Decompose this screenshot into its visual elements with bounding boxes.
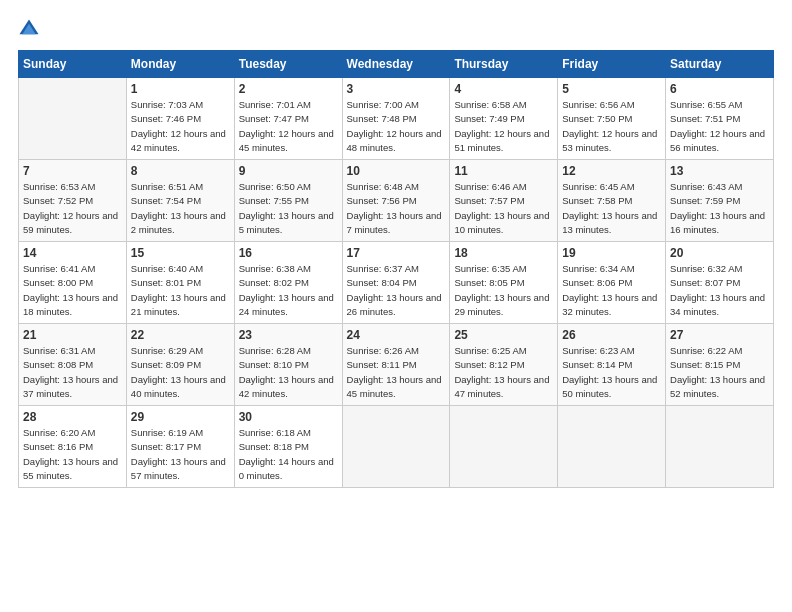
daylight: Daylight: 13 hours and 10 minutes.: [454, 210, 549, 235]
week-row-3: 21Sunrise: 6:31 AMSunset: 8:08 PMDayligh…: [19, 324, 774, 406]
sunrise: Sunrise: 6:20 AM: [23, 427, 95, 438]
day-number: 26: [562, 328, 661, 342]
daylight: Daylight: 12 hours and 59 minutes.: [23, 210, 118, 235]
sunset: Sunset: 8:12 PM: [454, 359, 524, 370]
day-info: Sunrise: 6:50 AMSunset: 7:55 PMDaylight:…: [239, 180, 338, 237]
calendar-cell: 20Sunrise: 6:32 AMSunset: 8:07 PMDayligh…: [666, 242, 774, 324]
header-day-saturday: Saturday: [666, 51, 774, 78]
day-info: Sunrise: 6:29 AMSunset: 8:09 PMDaylight:…: [131, 344, 230, 401]
day-info: Sunrise: 6:56 AMSunset: 7:50 PMDaylight:…: [562, 98, 661, 155]
calendar-cell: 2Sunrise: 7:01 AMSunset: 7:47 PMDaylight…: [234, 78, 342, 160]
day-number: 6: [670, 82, 769, 96]
daylight: Daylight: 13 hours and 40 minutes.: [131, 374, 226, 399]
day-number: 25: [454, 328, 553, 342]
sunrise: Sunrise: 6:55 AM: [670, 99, 742, 110]
day-number: 9: [239, 164, 338, 178]
sunset: Sunset: 8:04 PM: [347, 277, 417, 288]
calendar-cell: 11Sunrise: 6:46 AMSunset: 7:57 PMDayligh…: [450, 160, 558, 242]
daylight: Daylight: 12 hours and 48 minutes.: [347, 128, 442, 153]
sunrise: Sunrise: 6:28 AM: [239, 345, 311, 356]
calendar-cell: 4Sunrise: 6:58 AMSunset: 7:49 PMDaylight…: [450, 78, 558, 160]
day-number: 14: [23, 246, 122, 260]
day-number: 29: [131, 410, 230, 424]
daylight: Daylight: 13 hours and 55 minutes.: [23, 456, 118, 481]
sunset: Sunset: 7:46 PM: [131, 113, 201, 124]
sunrise: Sunrise: 6:32 AM: [670, 263, 742, 274]
calendar-cell: 8Sunrise: 6:51 AMSunset: 7:54 PMDaylight…: [126, 160, 234, 242]
sunset: Sunset: 8:01 PM: [131, 277, 201, 288]
day-number: 21: [23, 328, 122, 342]
sunset: Sunset: 8:09 PM: [131, 359, 201, 370]
daylight: Daylight: 13 hours and 26 minutes.: [347, 292, 442, 317]
calendar-table: SundayMondayTuesdayWednesdayThursdayFrid…: [18, 50, 774, 488]
sunrise: Sunrise: 6:40 AM: [131, 263, 203, 274]
calendar-header-row: SundayMondayTuesdayWednesdayThursdayFrid…: [19, 51, 774, 78]
daylight: Daylight: 13 hours and 32 minutes.: [562, 292, 657, 317]
sunrise: Sunrise: 7:00 AM: [347, 99, 419, 110]
sunset: Sunset: 7:57 PM: [454, 195, 524, 206]
sunrise: Sunrise: 6:43 AM: [670, 181, 742, 192]
day-info: Sunrise: 6:34 AMSunset: 8:06 PMDaylight:…: [562, 262, 661, 319]
day-info: Sunrise: 6:38 AMSunset: 8:02 PMDaylight:…: [239, 262, 338, 319]
calendar-cell: 23Sunrise: 6:28 AMSunset: 8:10 PMDayligh…: [234, 324, 342, 406]
calendar-cell: [450, 406, 558, 488]
sunset: Sunset: 8:02 PM: [239, 277, 309, 288]
day-info: Sunrise: 6:40 AMSunset: 8:01 PMDaylight:…: [131, 262, 230, 319]
header: [18, 18, 774, 40]
day-info: Sunrise: 6:53 AMSunset: 7:52 PMDaylight:…: [23, 180, 122, 237]
sunrise: Sunrise: 6:18 AM: [239, 427, 311, 438]
calendar-cell: 25Sunrise: 6:25 AMSunset: 8:12 PMDayligh…: [450, 324, 558, 406]
header-day-thursday: Thursday: [450, 51, 558, 78]
day-number: 7: [23, 164, 122, 178]
sunrise: Sunrise: 6:53 AM: [23, 181, 95, 192]
day-number: 5: [562, 82, 661, 96]
day-info: Sunrise: 6:51 AMSunset: 7:54 PMDaylight:…: [131, 180, 230, 237]
sunrise: Sunrise: 6:26 AM: [347, 345, 419, 356]
day-info: Sunrise: 6:25 AMSunset: 8:12 PMDaylight:…: [454, 344, 553, 401]
daylight: Daylight: 13 hours and 29 minutes.: [454, 292, 549, 317]
day-info: Sunrise: 6:35 AMSunset: 8:05 PMDaylight:…: [454, 262, 553, 319]
day-number: 12: [562, 164, 661, 178]
sunset: Sunset: 7:49 PM: [454, 113, 524, 124]
calendar-cell: 24Sunrise: 6:26 AMSunset: 8:11 PMDayligh…: [342, 324, 450, 406]
calendar-cell: 17Sunrise: 6:37 AMSunset: 8:04 PMDayligh…: [342, 242, 450, 324]
day-info: Sunrise: 6:46 AMSunset: 7:57 PMDaylight:…: [454, 180, 553, 237]
sunrise: Sunrise: 6:34 AM: [562, 263, 634, 274]
sunset: Sunset: 8:08 PM: [23, 359, 93, 370]
calendar-cell: 3Sunrise: 7:00 AMSunset: 7:48 PMDaylight…: [342, 78, 450, 160]
day-info: Sunrise: 6:32 AMSunset: 8:07 PMDaylight:…: [670, 262, 769, 319]
header-day-tuesday: Tuesday: [234, 51, 342, 78]
daylight: Daylight: 13 hours and 47 minutes.: [454, 374, 549, 399]
sunset: Sunset: 8:00 PM: [23, 277, 93, 288]
day-info: Sunrise: 6:23 AMSunset: 8:14 PMDaylight:…: [562, 344, 661, 401]
daylight: Daylight: 13 hours and 21 minutes.: [131, 292, 226, 317]
calendar-cell: 15Sunrise: 6:40 AMSunset: 8:01 PMDayligh…: [126, 242, 234, 324]
calendar-cell: 1Sunrise: 7:03 AMSunset: 7:46 PMDaylight…: [126, 78, 234, 160]
sunrise: Sunrise: 6:41 AM: [23, 263, 95, 274]
daylight: Daylight: 13 hours and 13 minutes.: [562, 210, 657, 235]
day-number: 2: [239, 82, 338, 96]
day-number: 17: [347, 246, 446, 260]
sunset: Sunset: 7:58 PM: [562, 195, 632, 206]
calendar-cell: [342, 406, 450, 488]
sunrise: Sunrise: 6:35 AM: [454, 263, 526, 274]
day-number: 24: [347, 328, 446, 342]
sunset: Sunset: 8:14 PM: [562, 359, 632, 370]
sunrise: Sunrise: 6:37 AM: [347, 263, 419, 274]
day-number: 1: [131, 82, 230, 96]
sunrise: Sunrise: 6:48 AM: [347, 181, 419, 192]
sunset: Sunset: 8:10 PM: [239, 359, 309, 370]
sunset: Sunset: 7:55 PM: [239, 195, 309, 206]
day-number: 15: [131, 246, 230, 260]
calendar-cell: 21Sunrise: 6:31 AMSunset: 8:08 PMDayligh…: [19, 324, 127, 406]
daylight: Daylight: 13 hours and 5 minutes.: [239, 210, 334, 235]
calendar-cell: 13Sunrise: 6:43 AMSunset: 7:59 PMDayligh…: [666, 160, 774, 242]
day-info: Sunrise: 6:28 AMSunset: 8:10 PMDaylight:…: [239, 344, 338, 401]
sunset: Sunset: 7:48 PM: [347, 113, 417, 124]
calendar-cell: [19, 78, 127, 160]
calendar-cell: 19Sunrise: 6:34 AMSunset: 8:06 PMDayligh…: [558, 242, 666, 324]
day-info: Sunrise: 6:41 AMSunset: 8:00 PMDaylight:…: [23, 262, 122, 319]
daylight: Daylight: 13 hours and 52 minutes.: [670, 374, 765, 399]
calendar-cell: [558, 406, 666, 488]
sunset: Sunset: 7:52 PM: [23, 195, 93, 206]
